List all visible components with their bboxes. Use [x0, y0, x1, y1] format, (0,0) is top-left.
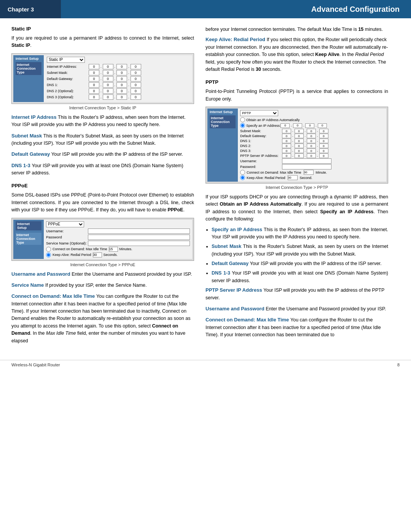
pppoe-demand-radio[interactable] — [46, 247, 51, 252]
pptp-server-1[interactable] — [282, 153, 291, 158]
dns3-octet-2[interactable] — [103, 94, 113, 100]
pptp-gw-2[interactable] — [295, 134, 304, 138]
subnet-octet-1[interactable] — [89, 70, 99, 75]
dns2-octet-3[interactable] — [116, 88, 127, 94]
pptp-dns2-2[interactable] — [295, 144, 304, 148]
pptp-specify-radio[interactable] — [240, 123, 245, 128]
pptp-idle-time[interactable] — [304, 170, 314, 175]
dns3-octet-3[interactable] — [116, 94, 127, 100]
pptp-dns3-2[interactable] — [295, 149, 304, 153]
page-header: Chapter 3 Advanced Configuration — [0, 0, 411, 18]
static-ip-type-select[interactable]: Static IP — [47, 57, 85, 63]
dns3-octet-1[interactable] — [89, 94, 99, 100]
dns2-octet-4[interactable] — [131, 88, 141, 94]
pppoe-keepalive-radio[interactable] — [46, 252, 51, 257]
gw-octet-2[interactable] — [103, 76, 113, 81]
pptp-password-input[interactable] — [282, 164, 331, 169]
pptp-subnet-2[interactable] — [295, 129, 304, 133]
ip-octet-3[interactable] — [116, 64, 127, 69]
pptp-gw-3[interactable] — [307, 134, 316, 138]
term-dns-title: DNS 1-3 — [11, 163, 30, 168]
bullet-specify-ip-title: Specify an IP Address — [212, 227, 262, 232]
pptp-dns1-4[interactable] — [319, 139, 328, 143]
pppoe-para-bold: PPPoE — [167, 207, 183, 212]
term-pptp-connect-demand-title: Connect on Demand: Max Idle Time — [206, 317, 289, 323]
pppoe-inner: Internet Setup Internet Connection Type … — [13, 220, 192, 259]
ip-octet-4[interactable] — [131, 64, 141, 69]
dns2-octet-2[interactable] — [103, 88, 113, 94]
subnet-octet-4[interactable] — [131, 70, 141, 75]
pptp-title-text: PPTP — [206, 79, 218, 85]
gw-octet-1[interactable] — [89, 76, 99, 81]
pppoe-username-input[interactable] — [88, 228, 190, 234]
bullet-subnet: Subnet Mask This is the Router's Subnet … — [212, 243, 388, 258]
dns1-octet-1[interactable] — [89, 82, 99, 88]
pptp-specify-octet-1[interactable] — [280, 123, 290, 128]
pptp-server-3[interactable] — [307, 153, 316, 158]
pptp-dns2-1[interactable] — [282, 144, 291, 148]
pptp-dns1-1[interactable] — [282, 139, 291, 143]
pppoe-idle-time-input[interactable] — [109, 247, 118, 252]
term-username-password-desc: Enter the Username and Password provided… — [72, 272, 192, 277]
pptp-specify-octet-4[interactable] — [318, 123, 327, 128]
ip-octet-2[interactable] — [103, 64, 113, 69]
dns3-octet-4[interactable] — [131, 94, 141, 100]
pptp-specify-octet-3[interactable] — [305, 123, 314, 128]
pptp-keepalive-radio[interactable] — [240, 175, 245, 180]
right-cont-para-text: before your Internet connection terminat… — [206, 27, 358, 32]
subnet-octet-2[interactable] — [103, 70, 113, 75]
gw-octet-3[interactable] — [116, 76, 127, 81]
pptp-caption-text: Internet Connection Type > PPTP — [266, 185, 328, 190]
gw-octet-4[interactable] — [131, 76, 141, 81]
term-username-password: Username and Password Enter the Username… — [11, 271, 194, 278]
term-gateway-desc: Your ISP will provide you with the IP ad… — [51, 152, 183, 157]
pptp-dns3-3[interactable] — [307, 149, 316, 153]
main-content: Static IP If you are required to use a p… — [0, 18, 411, 356]
dns1-octet-3[interactable] — [116, 82, 127, 88]
pptp-dns2-3[interactable] — [307, 144, 316, 148]
term-gateway-title: Default Gateway — [11, 151, 50, 157]
pppoe-redial-period-input[interactable] — [93, 252, 102, 257]
static-ip-title-text: Static IP — [11, 26, 31, 32]
term-username-password-title: Username and Password — [11, 271, 70, 277]
bullet-gateway-title: Default Gateway — [212, 261, 249, 266]
static-ip-select-row: Static IP — [47, 57, 189, 63]
pptp-subnet-1[interactable] — [282, 129, 291, 133]
right-cont-para: before your Internet connection terminat… — [206, 26, 388, 33]
term-pptp-connect-demand: Connect on Demand: Max Idle Time You can… — [206, 316, 388, 339]
pptp-dns1-3[interactable] — [307, 139, 316, 143]
pptp-username-input[interactable] — [282, 158, 331, 164]
title-text: Advanced Configuration — [311, 5, 400, 14]
pptp-sidebar-item[interactable]: Internet Connection Type — [210, 115, 236, 128]
pptp-dns3-1[interactable] — [282, 149, 291, 153]
right-column: before your Internet connection terminat… — [206, 26, 388, 348]
pppoe-sidebar-item[interactable]: Internet Connection Type — [16, 233, 41, 245]
pptp-dns2-row: DNS 2: . . . — [240, 144, 384, 148]
pptp-subnet-4[interactable] — [319, 129, 328, 133]
pptp-type-select[interactable]: PPTP — [240, 110, 278, 116]
pptp-server-2[interactable] — [295, 153, 304, 158]
pppoe-type-select[interactable]: PPPoE — [46, 221, 84, 227]
pptp-server-4[interactable] — [319, 153, 328, 158]
pppoe-service-input[interactable] — [88, 241, 190, 246]
ip-octet-1[interactable] — [89, 64, 99, 69]
pptp-redial-period[interactable] — [288, 175, 298, 180]
pptp-specify-octet-2[interactable] — [293, 123, 302, 128]
pptp-gw-1[interactable] — [282, 134, 291, 138]
dns1-octet-2[interactable] — [103, 82, 113, 88]
pptp-demand-radio[interactable] — [240, 170, 245, 175]
subnet-octet-3[interactable] — [116, 70, 127, 75]
static-ip-caption-text: Internet Connection Type > Static IP — [69, 105, 136, 110]
dns2-octet-1[interactable] — [89, 88, 99, 94]
pptp-para-text: Point-to-Point Tunneling Protocol (PPTP)… — [206, 89, 388, 101]
pptp-para: Point-to-Point Tunneling Protocol (PPTP)… — [206, 88, 388, 103]
static-ip-field-dns1: DNS 1: . . . — [47, 82, 189, 88]
pptp-subnet-3[interactable] — [307, 129, 316, 133]
pptp-dns3-4[interactable] — [319, 149, 328, 153]
pptp-dns2-4[interactable] — [319, 144, 328, 148]
pptp-gw-4[interactable] — [319, 134, 328, 138]
dns1-octet-4[interactable] — [131, 82, 141, 88]
pptp-dns1-2[interactable] — [295, 139, 304, 143]
pptp-obtain-radio[interactable] — [240, 117, 245, 122]
pppoe-password-input[interactable] — [88, 235, 190, 240]
